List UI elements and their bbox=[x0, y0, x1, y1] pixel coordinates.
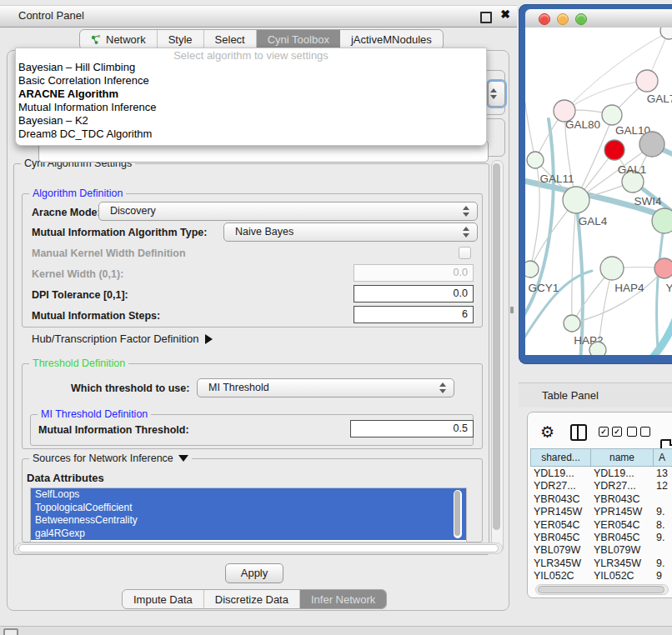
data-attribute-item[interactable]: gal4RGexp bbox=[31, 528, 466, 541]
table-hscrollbar[interactable] bbox=[535, 584, 669, 595]
network-node[interactable] bbox=[525, 261, 539, 278]
algorithm-option[interactable]: Basic Correlation Inference bbox=[18, 74, 482, 88]
restore-panel-icon[interactable] bbox=[3, 628, 18, 635]
zoom-traffic-light-icon[interactable] bbox=[575, 13, 587, 25]
table-cell[interactable]: YPR145W bbox=[530, 506, 592, 518]
network-window-titlebar[interactable] bbox=[525, 9, 672, 28]
table-cell[interactable]: YER054C bbox=[590, 519, 652, 532]
mi-threshold-input[interactable]: 0.5 bbox=[350, 420, 474, 438]
algorithm-option[interactable]: ARACNE Algorithm bbox=[18, 88, 482, 101]
checked-box-icon: ✓ bbox=[612, 427, 622, 437]
column-header-shared-name[interactable]: shared... bbox=[530, 448, 591, 467]
table-cell[interactable]: 12 bbox=[653, 480, 672, 492]
tab-impute-data[interactable]: Impute Data bbox=[123, 590, 204, 608]
algorithm-option[interactable]: Dream8 DC_TDC Algorithm bbox=[18, 128, 482, 141]
table-cell[interactable] bbox=[653, 544, 672, 557]
close-traffic-light-icon[interactable] bbox=[539, 13, 550, 25]
tab-style[interactable]: Style bbox=[158, 30, 204, 49]
table-cell[interactable]: YBR045C bbox=[590, 532, 652, 544]
settings-scrollbar[interactable] bbox=[491, 160, 504, 553]
dpi-tolerance-input[interactable]: 0.0 bbox=[354, 285, 474, 302]
table-cell[interactable]: 13 bbox=[653, 468, 672, 480]
hub-definition-expander[interactable]: Hub/Transcription Factor Definition bbox=[32, 332, 213, 345]
data-attribute-item[interactable]: BetweennessCentrality bbox=[31, 514, 466, 528]
tab-infer-network[interactable]: Infer Network bbox=[300, 590, 386, 608]
table-cell[interactable]: 9. bbox=[653, 558, 672, 570]
tab-discretize-data[interactable]: Discretize Data bbox=[204, 590, 300, 608]
settings-scrollbar-thumb[interactable] bbox=[493, 163, 500, 530]
network-node[interactable] bbox=[527, 152, 544, 168]
table-cell[interactable]: YIL052C bbox=[530, 570, 592, 582]
aracne-mode-select[interactable]: Discovery bbox=[98, 202, 478, 221]
table-cell[interactable]: YLR345W bbox=[590, 558, 652, 570]
column-header-name[interactable]: name bbox=[590, 448, 654, 467]
tab-network[interactable]: Network bbox=[80, 30, 158, 49]
network-node[interactable] bbox=[636, 70, 658, 92]
sources-group-title-wrap[interactable]: Sources for Network Inference bbox=[29, 452, 192, 464]
data-attribute-item[interactable]: SelfLoops bbox=[31, 488, 466, 502]
table-cell[interactable]: YIL052C bbox=[590, 570, 652, 582]
close-icon[interactable]: ✖ bbox=[500, 8, 510, 21]
network-node[interactable] bbox=[589, 342, 606, 355]
network-node[interactable] bbox=[604, 140, 624, 160]
tab-jactivemnodules[interactable]: jActiveMNodules bbox=[340, 30, 443, 49]
network-edge[interactable] bbox=[564, 81, 645, 111]
table-cell[interactable]: YBL079W bbox=[530, 544, 592, 557]
table-cell[interactable]: 8. bbox=[653, 519, 672, 532]
data-attribute-item[interactable]: TopologicalCoefficient bbox=[31, 502, 466, 515]
table-cell[interactable]: 9. bbox=[653, 532, 672, 544]
tab-cyni-toolbox[interactable]: Cyni Toolbox bbox=[257, 30, 340, 49]
table-cell[interactable] bbox=[653, 493, 672, 506]
table-cell[interactable]: 9 bbox=[653, 570, 672, 582]
network-node[interactable] bbox=[564, 315, 580, 332]
algorithm-option[interactable]: Mutual Information Inference bbox=[18, 101, 482, 114]
table-hscrollbar-thumb[interactable] bbox=[538, 586, 664, 593]
network-node[interactable] bbox=[654, 258, 672, 278]
network-node[interactable] bbox=[652, 208, 672, 233]
table-cell[interactable]: YBL079W bbox=[590, 544, 652, 557]
kernel-width-input[interactable]: 0.0 bbox=[354, 264, 474, 282]
mi-steps-input[interactable]: 6 bbox=[354, 306, 474, 323]
unchecked-pair-icon[interactable] bbox=[627, 427, 650, 437]
network-node[interactable] bbox=[602, 105, 622, 125]
table-cell[interactable]: YLR345W bbox=[530, 558, 592, 570]
network-edge[interactable] bbox=[657, 221, 664, 355]
apply-button[interactable]: Apply bbox=[225, 563, 283, 583]
settings-hscrollbar-thumb[interactable] bbox=[18, 544, 499, 552]
data-attributes-list[interactable]: SelfLoopsTopologicalCoefficientBetweenne… bbox=[30, 488, 467, 542]
network-node[interactable] bbox=[563, 187, 589, 213]
table-cell[interactable]: YDR27... bbox=[590, 480, 652, 492]
table-cell[interactable]: 9. bbox=[653, 506, 672, 518]
panel-divider-handle[interactable] bbox=[510, 307, 514, 313]
network-node[interactable] bbox=[660, 28, 672, 39]
column-header-clipped[interactable]: A bbox=[653, 448, 672, 467]
gear-icon[interactable]: ⚙ bbox=[540, 424, 554, 440]
network-edge[interactable] bbox=[649, 302, 672, 355]
algorithm-option[interactable]: Bayesian – Hill Climbing bbox=[18, 61, 482, 74]
table-cell[interactable]: YDR27... bbox=[530, 480, 592, 492]
network-node[interactable] bbox=[639, 132, 664, 157]
float-window-icon[interactable] bbox=[480, 12, 492, 23]
which-threshold-select[interactable]: MI Threshold bbox=[197, 378, 454, 398]
attributes-list-scrollbar-thumb[interactable] bbox=[454, 491, 460, 536]
algorithm-option[interactable]: Bayesian – K2 bbox=[18, 114, 482, 128]
settings-hscrollbar[interactable] bbox=[15, 542, 503, 554]
table-cell[interactable]: YDL19... bbox=[590, 468, 652, 480]
table-cell[interactable]: YER054C bbox=[530, 519, 592, 532]
attributes-list-scrollbar[interactable] bbox=[454, 490, 462, 538]
split-columns-icon[interactable] bbox=[570, 424, 587, 441]
table-cell[interactable]: YBR043C bbox=[530, 493, 592, 506]
table-cell[interactable]: YBR045C bbox=[530, 532, 592, 544]
table-cell[interactable]: YBR043C bbox=[590, 493, 652, 506]
network-edge[interactable] bbox=[572, 200, 576, 322]
tab-select[interactable]: Select bbox=[204, 30, 257, 49]
network-node[interactable] bbox=[600, 257, 624, 280]
network-canvas[interactable]: GAL7GAL80GAL10GAL11GAL1GAL4SWI4HAP4YGCY1… bbox=[525, 28, 672, 355]
manual-kernel-width-checkbox[interactable] bbox=[459, 247, 471, 259]
algorithm-combo-fragment[interactable] bbox=[488, 81, 505, 107]
table-cell[interactable]: YDL19... bbox=[530, 468, 592, 480]
minimize-traffic-light-icon[interactable] bbox=[557, 13, 569, 25]
table-cell[interactable]: YPR145W bbox=[590, 506, 652, 518]
checked-pair-icon[interactable]: ✓ ✓ bbox=[599, 427, 622, 437]
mi-algorithm-type-select[interactable]: Naive Bayes bbox=[223, 222, 478, 242]
